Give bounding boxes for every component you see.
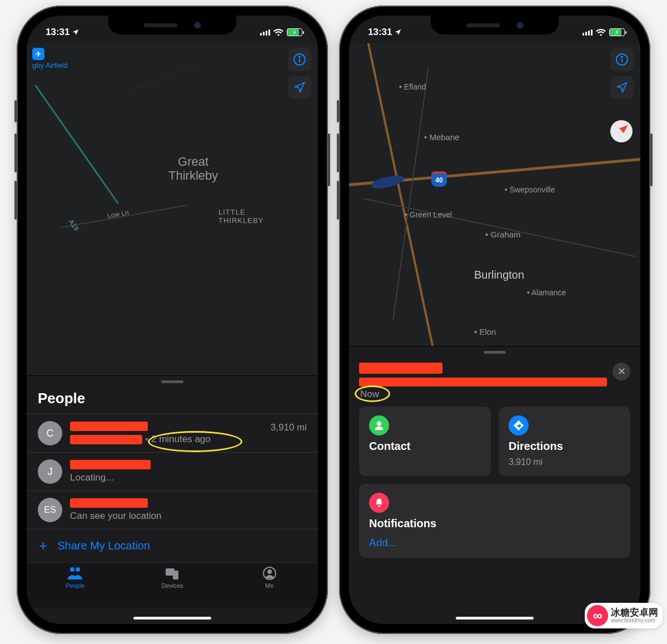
- map-label: Burlington: [474, 269, 524, 281]
- person-row[interactable]: ES Can see your location: [27, 491, 318, 529]
- wifi-icon: [596, 28, 606, 36]
- map-label: Low Ln: [107, 209, 130, 220]
- redacted-location: [70, 435, 142, 444]
- interstate-badge: 40: [431, 171, 447, 187]
- people-sheet[interactable]: People C • 2 minutes ago 3,910 mi: [27, 375, 318, 624]
- redacted-name: [359, 363, 442, 374]
- map-label: • Swepsonville: [505, 185, 555, 194]
- svg-point-8: [267, 569, 272, 574]
- compass-button[interactable]: [610, 120, 633, 142]
- directions-icon: [509, 415, 529, 435]
- map-view[interactable]: ✈︎ gby Airfield Great: [27, 43, 318, 375]
- watermark-url: www.btxtdmy.com: [611, 618, 658, 624]
- sheet-grabber[interactable]: [161, 380, 183, 383]
- cellular-icon: [583, 29, 593, 36]
- wifi-icon: [273, 28, 283, 36]
- person-status: Locating...: [70, 472, 307, 483]
- now-label: Now: [360, 389, 379, 399]
- avatar: C: [38, 421, 62, 445]
- avatar: J: [38, 459, 62, 484]
- home-indicator[interactable]: [456, 617, 534, 620]
- airplane-icon: ✈︎: [32, 48, 44, 60]
- locate-me-button[interactable]: [288, 76, 311, 99]
- map-label: • Alamance: [527, 288, 566, 297]
- tab-me[interactable]: Me: [236, 566, 303, 608]
- share-my-location-button[interactable]: + Share My Location: [27, 529, 318, 562]
- poi-airfield[interactable]: ✈︎ gby Airfield: [32, 48, 68, 70]
- redacted-name: [70, 498, 148, 508]
- tab-people[interactable]: People: [42, 566, 108, 608]
- svg-point-2: [299, 56, 300, 57]
- person-row[interactable]: C • 2 minutes ago 3,910 mi: [27, 414, 318, 452]
- map-label: A19: [67, 218, 81, 232]
- location-arrow-icon: [394, 28, 402, 36]
- map-view[interactable]: 40 • Efland • Mebane • Swepsonville • Gr…: [349, 43, 640, 346]
- map-label: • Mebane: [424, 132, 460, 142]
- tab-devices[interactable]: Devices: [139, 566, 206, 608]
- map-label: Great: [178, 155, 208, 169]
- bell-icon: [369, 493, 389, 513]
- person-timestamp: 2 minutes ago: [151, 434, 211, 445]
- sheet-title: People: [27, 387, 318, 414]
- map-label: Thirkleby: [168, 169, 218, 182]
- card-title: Notifications: [369, 517, 620, 530]
- card-title: Directions: [509, 440, 620, 453]
- map-label: • Green Level: [405, 210, 452, 219]
- redacted-address: [359, 378, 607, 387]
- info-button[interactable]: [288, 48, 311, 71]
- status-time: 13:31: [46, 27, 69, 38]
- notifications-card[interactable]: Notifications Add...: [359, 484, 630, 558]
- map-label: LITTLE THIRKLEBY: [218, 208, 263, 225]
- directions-card[interactable]: Directions 3,910 mi: [499, 407, 630, 476]
- location-arrow-icon: [72, 28, 79, 36]
- contact-icon: [369, 415, 389, 435]
- person-detail-sheet[interactable]: ✕ Now Contact: [349, 346, 640, 624]
- svg-point-3: [70, 567, 74, 572]
- notch: [431, 16, 559, 34]
- me-icon: [263, 566, 276, 581]
- watermark: ∞ 冰糖安卓网 www.btxtdmy.com: [585, 603, 663, 628]
- map-label: • Efland: [399, 82, 426, 91]
- locate-me-button[interactable]: [610, 76, 634, 99]
- redacted-name: [70, 422, 148, 431]
- add-notification-link[interactable]: Add...: [369, 537, 620, 549]
- map-label: • Graham: [485, 230, 521, 239]
- svg-point-11: [621, 56, 623, 57]
- people-icon: [67, 566, 83, 581]
- redacted-name: [70, 460, 151, 469]
- contact-card[interactable]: Contact: [359, 407, 491, 476]
- status-time: 13:31: [368, 27, 392, 38]
- plus-icon: +: [39, 537, 47, 554]
- phone-right: 13:31 ⚡︎: [339, 6, 650, 634]
- share-label: Share My Location: [57, 539, 150, 552]
- person-row[interactable]: J Locating...: [27, 452, 318, 491]
- svg-point-4: [76, 567, 80, 572]
- tab-bar: People Devices Me: [27, 562, 318, 608]
- card-subtitle: 3,910 mi: [509, 457, 620, 467]
- notch: [108, 16, 236, 34]
- sheet-grabber[interactable]: [484, 351, 506, 354]
- battery-icon: ⚡︎: [609, 28, 625, 36]
- watermark-title: 冰糖安卓网: [611, 608, 658, 618]
- battery-icon: ⚡︎: [287, 28, 302, 36]
- devices-icon: [165, 566, 180, 581]
- svg-rect-6: [173, 571, 178, 579]
- avatar: ES: [38, 498, 62, 522]
- close-button[interactable]: ✕: [613, 363, 630, 380]
- cellular-icon: [260, 29, 270, 36]
- person-status: Can see your location: [70, 511, 307, 522]
- watermark-icon: ∞: [587, 605, 608, 626]
- info-button[interactable]: [610, 48, 634, 71]
- phone-left: 13:31 ⚡︎ ✈︎ gby Airfield: [17, 6, 328, 634]
- map-label: • Elon: [474, 327, 496, 336]
- home-indicator[interactable]: [133, 617, 211, 620]
- person-distance: 3,910 mi: [271, 421, 307, 433]
- svg-point-12: [377, 422, 381, 426]
- card-title: Contact: [369, 440, 481, 453]
